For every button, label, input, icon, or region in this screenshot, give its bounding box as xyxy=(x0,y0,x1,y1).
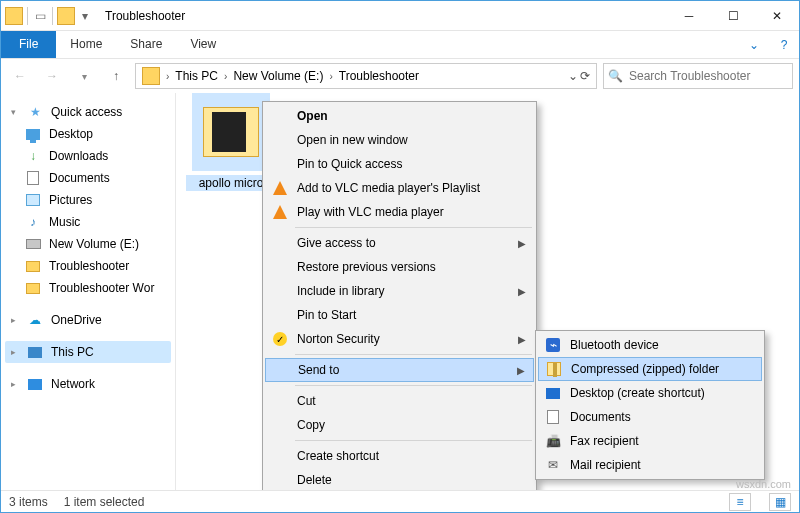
up-button[interactable]: ↑ xyxy=(103,63,129,89)
maximize-button[interactable]: ☐ xyxy=(711,1,755,31)
menu-label: Send to xyxy=(298,363,339,377)
view-details-icon[interactable]: ≡ xyxy=(729,493,751,511)
menu-cut[interactable]: Cut xyxy=(265,389,534,413)
sidebar-label: Documents xyxy=(49,171,110,185)
search-input[interactable] xyxy=(629,69,788,83)
refresh-icon[interactable]: ⟳ xyxy=(580,69,590,83)
onedrive-icon: ☁ xyxy=(27,312,43,328)
sendto-documents[interactable]: Documents xyxy=(538,405,762,429)
menu-label: Delete xyxy=(297,473,332,487)
menu-pin-start[interactable]: Pin to Start xyxy=(265,303,534,327)
menu-delete[interactable]: Delete xyxy=(265,468,534,492)
drive-icon xyxy=(25,236,41,252)
forward-button[interactable]: → xyxy=(39,63,65,89)
tab-view[interactable]: View xyxy=(176,31,230,58)
chevron-right-icon[interactable]: › xyxy=(164,71,171,82)
menu-label: Documents xyxy=(570,410,631,424)
sidebar-label: This PC xyxy=(51,345,94,359)
sendto-desktop-shortcut[interactable]: Desktop (create shortcut) xyxy=(538,381,762,405)
menu-copy[interactable]: Copy xyxy=(265,413,534,437)
sidebar-item-music[interactable]: ♪Music xyxy=(5,211,171,233)
sendto-bluetooth[interactable]: ⌁Bluetooth device xyxy=(538,333,762,357)
vlc-icon xyxy=(271,203,289,221)
status-selection: 1 item selected xyxy=(64,495,145,509)
properties-qat-icon[interactable]: ▭ xyxy=(32,8,48,24)
menu-label: Copy xyxy=(297,418,325,432)
ribbon-expand-icon[interactable]: ⌄ xyxy=(739,31,769,58)
recent-dropdown[interactable]: ▾ xyxy=(71,63,97,89)
sendto-mail[interactable]: ✉Mail recipient xyxy=(538,453,762,477)
sidebar-item-downloads[interactable]: ↓Downloads xyxy=(5,145,171,167)
sidebar-label: Downloads xyxy=(49,149,108,163)
sidebar-label: Desktop xyxy=(49,127,93,141)
new-folder-qat-icon[interactable] xyxy=(57,7,75,25)
crumb-this-pc[interactable]: This PC xyxy=(171,69,222,83)
sidebar-item-documents[interactable]: Documents xyxy=(5,167,171,189)
menu-open[interactable]: Open xyxy=(265,104,534,128)
pictures-icon xyxy=(25,192,41,208)
menu-open-new-window[interactable]: Open in new window xyxy=(265,128,534,152)
breadcrumb[interactable]: › This PC › New Volume (E:) › Troublesho… xyxy=(135,63,597,89)
sidebar-item-network[interactable]: ▸Network xyxy=(5,373,171,395)
menu-create-shortcut[interactable]: Create shortcut xyxy=(265,444,534,468)
sidebar-label: Pictures xyxy=(49,193,92,207)
menu-send-to[interactable]: Send to▶ xyxy=(265,358,534,382)
menu-label: Norton Security xyxy=(297,332,380,346)
history-dropdown-icon[interactable]: ⌄ xyxy=(568,69,578,83)
vlc-icon xyxy=(271,179,289,197)
sidebar-item-onedrive[interactable]: ▸☁OneDrive xyxy=(5,309,171,331)
menu-vlc-play[interactable]: Play with VLC media player xyxy=(265,200,534,224)
search-icon: 🔍 xyxy=(608,69,623,83)
tab-home[interactable]: Home xyxy=(56,31,116,58)
location-icon xyxy=(142,67,160,85)
sidebar-item-quick-access[interactable]: ▾★Quick access xyxy=(5,101,171,123)
bluetooth-icon: ⌁ xyxy=(544,336,562,354)
norton-icon: ✓ xyxy=(271,330,289,348)
chevron-right-icon[interactable]: › xyxy=(222,71,229,82)
back-button[interactable]: ← xyxy=(7,63,33,89)
sidebar-item-this-pc[interactable]: ▸This PC xyxy=(5,341,171,363)
sendto-compressed-folder[interactable]: Compressed (zipped) folder xyxy=(538,357,762,381)
sidebar-item-desktop[interactable]: Desktop xyxy=(5,123,171,145)
help-icon[interactable]: ? xyxy=(769,31,799,58)
mail-icon: ✉ xyxy=(544,456,562,474)
menu-label: Mail recipient xyxy=(570,458,641,472)
menu-vlc-add-playlist[interactable]: Add to VLC media player's Playlist xyxy=(265,176,534,200)
status-bar: 3 items 1 item selected ≡ ▦ xyxy=(1,490,799,512)
folder-icon xyxy=(25,258,41,274)
menu-include-library[interactable]: Include in library▶ xyxy=(265,279,534,303)
view-large-icons-icon[interactable]: ▦ xyxy=(769,493,791,511)
chevron-right-icon[interactable]: › xyxy=(327,71,334,82)
search-box[interactable]: 🔍 xyxy=(603,63,793,89)
desktop-icon xyxy=(25,126,41,142)
status-item-count: 3 items xyxy=(9,495,48,509)
sidebar-item-troubleshooter[interactable]: Troubleshooter xyxy=(5,255,171,277)
documents-icon xyxy=(25,170,41,186)
watermark: wsxdn.com xyxy=(736,478,791,490)
menu-label: Pin to Start xyxy=(297,308,356,322)
close-button[interactable]: ✕ xyxy=(755,1,799,31)
sidebar-label: Troubleshooter Wor xyxy=(49,281,154,295)
menu-label: Give access to xyxy=(297,236,376,250)
documents-icon xyxy=(544,408,562,426)
menu-pin-quick-access[interactable]: Pin to Quick access xyxy=(265,152,534,176)
menu-give-access[interactable]: Give access to▶ xyxy=(265,231,534,255)
tab-share[interactable]: Share xyxy=(116,31,176,58)
menu-label: Play with VLC media player xyxy=(297,205,444,219)
title-bar: ▭ ▾ Troubleshooter ─ ☐ ✕ xyxy=(1,1,799,31)
minimize-button[interactable]: ─ xyxy=(667,1,711,31)
menu-restore-versions[interactable]: Restore previous versions xyxy=(265,255,534,279)
sidebar-item-volume[interactable]: New Volume (E:) xyxy=(5,233,171,255)
sidebar-item-pictures[interactable]: Pictures xyxy=(5,189,171,211)
tab-file[interactable]: File xyxy=(1,31,56,58)
menu-norton-security[interactable]: ✓Norton Security▶ xyxy=(265,327,534,351)
menu-label: Pin to Quick access xyxy=(297,157,402,171)
folder-icon xyxy=(25,280,41,296)
window-title: Troubleshooter xyxy=(105,9,185,23)
crumb-volume[interactable]: New Volume (E:) xyxy=(229,69,327,83)
zip-icon xyxy=(545,360,563,378)
qat-dropdown-icon[interactable]: ▾ xyxy=(77,8,93,24)
crumb-folder[interactable]: Troubleshooter xyxy=(335,69,423,83)
sendto-fax[interactable]: 📠Fax recipient xyxy=(538,429,762,453)
sidebar-item-troubleshooter-wor[interactable]: Troubleshooter Wor xyxy=(5,277,171,299)
